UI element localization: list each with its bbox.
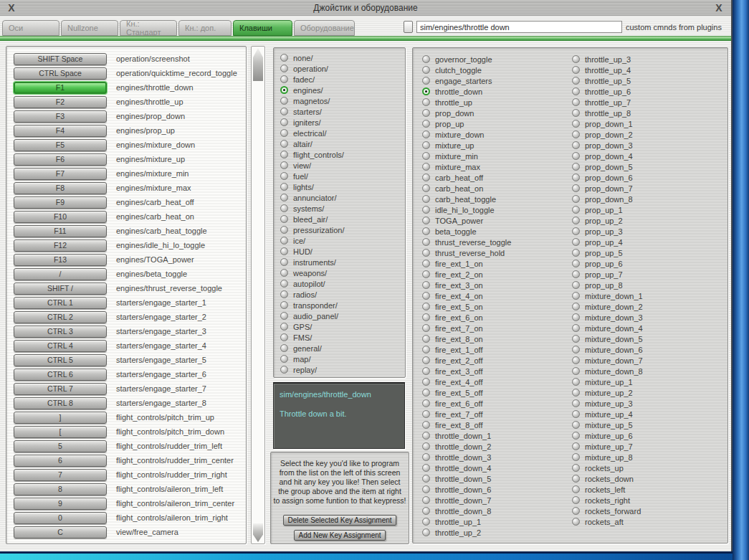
command-option[interactable]: prop_up_8 bbox=[572, 280, 643, 290]
command-option[interactable]: throttle_down_2 bbox=[422, 441, 511, 452]
command-option[interactable]: fire_ext_6_on bbox=[422, 312, 511, 323]
key-button[interactable]: CTRL 6 bbox=[14, 369, 107, 381]
command-option[interactable]: throttle_down bbox=[422, 86, 511, 97]
key-button[interactable]: F10 bbox=[14, 211, 107, 223]
key-button[interactable]: F9 bbox=[14, 196, 107, 209]
command-option[interactable]: prop_down bbox=[422, 108, 511, 118]
command-option[interactable]: mixture_up bbox=[422, 140, 511, 151]
category-option[interactable]: general/ bbox=[280, 343, 405, 353]
command-option[interactable]: fire_ext_7_on bbox=[422, 323, 511, 333]
command-option[interactable]: prop_down_7 bbox=[572, 183, 643, 194]
key-button[interactable]: CTRL 5 bbox=[14, 354, 107, 366]
command-option[interactable]: fire_ext_1_on bbox=[422, 258, 511, 269]
command-option[interactable]: prop_up_5 bbox=[572, 247, 643, 258]
command-option[interactable]: mixture_down_3 bbox=[572, 312, 643, 323]
command-option[interactable]: rockets_left bbox=[572, 484, 643, 495]
command-option[interactable]: mixture_up_5 bbox=[572, 419, 643, 430]
command-option[interactable]: throttle_up_3 bbox=[572, 54, 643, 65]
category-option[interactable]: operation/ bbox=[280, 63, 405, 74]
command-option[interactable]: throttle_down_6 bbox=[422, 484, 511, 495]
command-search-input[interactable] bbox=[416, 21, 622, 33]
key-button[interactable]: CTRL 8 bbox=[14, 397, 107, 409]
command-option[interactable]: throttle_down_5 bbox=[422, 473, 511, 484]
category-option[interactable]: autopilot/ bbox=[280, 278, 405, 289]
command-option[interactable]: throttle_down_1 bbox=[422, 430, 511, 441]
command-option[interactable]: mixture_up_6 bbox=[572, 430, 643, 441]
key-button[interactable]: CTRL Space bbox=[14, 67, 107, 80]
key-button[interactable]: CTRL 7 bbox=[14, 383, 107, 395]
command-option[interactable]: throttle_up_8 bbox=[572, 108, 643, 118]
key-button[interactable]: F12 bbox=[14, 239, 107, 252]
command-option[interactable]: mixture_max bbox=[422, 161, 511, 172]
key-button[interactable]: CTRL 2 bbox=[14, 311, 107, 323]
tab[interactable]: Кн.: доп. bbox=[178, 20, 232, 36]
command-option[interactable]: prop_down_1 bbox=[572, 118, 643, 129]
command-option[interactable]: mixture_down_2 bbox=[572, 301, 643, 312]
command-option[interactable]: thrust_reverse_toggle bbox=[422, 237, 511, 247]
command-option[interactable]: carb_heat_on bbox=[422, 183, 511, 194]
command-option[interactable]: fire_ext_2_off bbox=[422, 355, 511, 366]
command-option[interactable]: mixture_down_6 bbox=[572, 344, 643, 355]
command-option[interactable]: mixture_up_4 bbox=[572, 409, 643, 419]
command-option[interactable]: throttle_down_3 bbox=[422, 452, 511, 462]
command-option[interactable]: prop_down_3 bbox=[572, 140, 643, 151]
command-option[interactable]: throttle_up_1 bbox=[422, 516, 511, 527]
category-option[interactable]: GPS/ bbox=[280, 321, 405, 332]
command-option[interactable]: thrust_reverse_hold bbox=[422, 247, 511, 258]
key-button[interactable]: F4 bbox=[14, 125, 107, 137]
category-option[interactable]: starters/ bbox=[280, 106, 405, 117]
command-option[interactable]: fire_ext_4_off bbox=[422, 376, 511, 387]
search-checkbox[interactable] bbox=[404, 21, 413, 33]
key-button[interactable]: F3 bbox=[14, 110, 107, 123]
key-button[interactable]: F13 bbox=[14, 254, 107, 266]
command-option[interactable]: prop_down_2 bbox=[572, 129, 643, 140]
command-option[interactable]: mixture_up_1 bbox=[572, 376, 643, 387]
command-option[interactable]: mixture_down_4 bbox=[572, 323, 643, 333]
key-button[interactable]: F6 bbox=[14, 153, 107, 166]
command-option[interactable]: prop_down_4 bbox=[572, 151, 643, 161]
command-option[interactable]: fire_ext_5_on bbox=[422, 301, 511, 312]
command-option[interactable]: throttle_up_5 bbox=[572, 75, 643, 86]
key-button[interactable]: C bbox=[14, 526, 107, 538]
category-option[interactable]: lights/ bbox=[280, 181, 405, 192]
command-option[interactable]: prop_up_1 bbox=[572, 204, 643, 215]
add-key-assignment-button[interactable]: Add New Key Assignment bbox=[294, 530, 385, 541]
key-button[interactable]: 9 bbox=[14, 498, 107, 510]
category-option[interactable]: view/ bbox=[280, 160, 405, 171]
command-option[interactable]: throttle_up_4 bbox=[572, 65, 643, 75]
category-option[interactable]: FMS/ bbox=[280, 332, 405, 343]
key-button[interactable]: SHIFT Space bbox=[14, 53, 107, 65]
category-option[interactable]: HUD/ bbox=[280, 246, 405, 257]
category-option[interactable]: flight_controls/ bbox=[280, 149, 405, 160]
category-option[interactable]: bleed_air/ bbox=[280, 214, 405, 224]
command-option[interactable]: prop_up bbox=[422, 118, 511, 129]
category-option[interactable]: transponder/ bbox=[280, 300, 405, 310]
scroll-up-handle[interactable] bbox=[253, 48, 263, 81]
category-option[interactable]: pressurization/ bbox=[280, 224, 405, 235]
command-option[interactable]: clutch_toggle bbox=[422, 65, 511, 75]
command-option[interactable]: rockets_down bbox=[572, 473, 643, 484]
command-option[interactable]: mixture_up_7 bbox=[572, 441, 643, 452]
command-option[interactable]: governor_toggle bbox=[422, 54, 511, 65]
command-option[interactable]: mixture_down_1 bbox=[572, 290, 643, 301]
key-list-scrollbar[interactable] bbox=[251, 46, 265, 544]
command-option[interactable]: throttle_up_7 bbox=[572, 97, 643, 108]
category-option[interactable]: annunciator/ bbox=[280, 192, 405, 203]
key-button[interactable]: CTRL 1 bbox=[14, 297, 107, 309]
category-option[interactable]: electrical/ bbox=[280, 128, 405, 138]
key-button[interactable]: CTRL 4 bbox=[14, 340, 107, 352]
category-option[interactable]: radios/ bbox=[280, 289, 405, 300]
command-option[interactable]: mixture_up_2 bbox=[572, 387, 643, 398]
key-button[interactable]: F7 bbox=[14, 168, 107, 180]
category-option[interactable]: systems/ bbox=[280, 203, 405, 214]
command-option[interactable]: prop_down_6 bbox=[572, 172, 643, 183]
command-option[interactable]: carb_heat_toggle bbox=[422, 194, 511, 204]
key-button[interactable]: CTRL 3 bbox=[14, 326, 107, 338]
category-option[interactable]: fuel/ bbox=[280, 171, 405, 181]
key-button[interactable]: 0 bbox=[14, 512, 107, 524]
command-option[interactable]: fire_ext_2_on bbox=[422, 269, 511, 280]
command-option[interactable]: mixture_up_8 bbox=[572, 452, 643, 462]
command-option[interactable]: carb_heat_off bbox=[422, 172, 511, 183]
command-option[interactable]: mixture_down_7 bbox=[572, 355, 643, 366]
command-option[interactable]: throttle_up_6 bbox=[572, 86, 643, 97]
